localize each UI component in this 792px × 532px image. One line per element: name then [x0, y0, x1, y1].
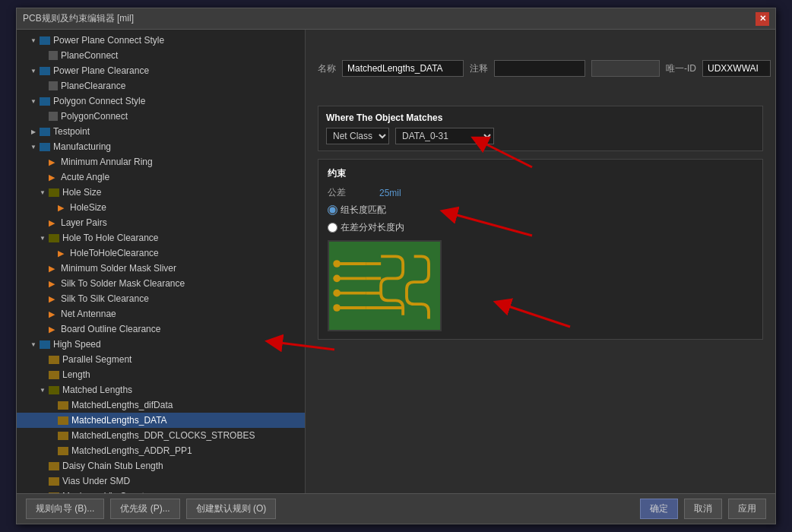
tree-container: ▼Power Plane Connect Style PlaneConnect▼…: [17, 33, 305, 493]
tree-item-power-plane-clearance[interactable]: ▼Power Plane Clearance: [17, 63, 305, 78]
create-default-button[interactable]: 创建默认规则 (O): [186, 499, 277, 519]
rule-icon-matchedlengths-data: [58, 416, 68, 425]
tree-label-holesize: HoleSize: [70, 202, 106, 213]
rule-icon-polygonconnect: [49, 112, 58, 121]
ok-button[interactable]: 确定: [640, 499, 678, 519]
comment-input[interactable]: [494, 60, 585, 77]
tree-label-silk-to-solder-mask-clearance: Silk To Solder Mask Clearance: [61, 278, 185, 289]
tree-label-testpoint: Testpoint: [53, 126, 90, 137]
rule-icon-matchedlengths-difdata: [58, 401, 68, 410]
pcb-preview: [328, 240, 442, 331]
tree-item-net-antennae[interactable]: ▶Net Antennae: [17, 306, 305, 321]
tree-item-high-speed[interactable]: ▼High Speed: [17, 337, 305, 352]
tree-item-minimum-annular-ring[interactable]: ▶Minimum Annular Ring: [17, 154, 305, 169]
tree-item-layer-pairs[interactable]: ▶Layer Pairs: [17, 215, 305, 230]
tree-label-matchedlengths-difdata: MatchedLengths_difData: [71, 400, 173, 410]
tree-label-length: Length: [62, 369, 90, 380]
bottom-right-buttons: 确定 取消 应用: [640, 499, 766, 519]
option1-label[interactable]: 组长度匹配: [328, 204, 386, 217]
expand-icon-matched-lengths[interactable]: ▼: [38, 385, 47, 394]
svg-point-3: [333, 290, 341, 297]
constraint-option1-row: 组长度匹配: [328, 204, 753, 217]
expand-icon-testpoint[interactable]: ▶: [29, 127, 38, 136]
diff-value: 25mil: [379, 188, 401, 198]
option2-radio[interactable]: [328, 223, 337, 233]
expand-icon-hole-to-hole-clearance[interactable]: ▼: [38, 233, 47, 242]
tree-item-holetoholeclearance[interactable]: ▶HoleToHoleClearance: [17, 245, 305, 261]
form-row-name: 名称 注释 唯一-ID 测试语句: [318, 39, 763, 98]
option2-label[interactable]: 在差分对长度内: [328, 221, 404, 234]
uid-spacer: [591, 60, 660, 77]
tree-item-testpoint[interactable]: ▶Testpoint: [17, 124, 305, 139]
expand-icon-high-speed[interactable]: ▼: [29, 340, 38, 349]
tree-label-polygon-connect-style: Polygon Connect Style: [53, 96, 145, 106]
expand-icon-polygon-connect-style[interactable]: ▼: [29, 97, 38, 106]
tree-item-power-plane-connect-style[interactable]: ▼Power Plane Connect Style: [17, 33, 305, 48]
tree-label-power-plane-connect-style: Power Plane Connect Style: [53, 35, 164, 46]
rule-icon-silk-to-solder-mask-clearance: ▶: [49, 279, 58, 288]
tree-item-matchedlengths-ddr-clocks-strobes[interactable]: MatchedLengths_DDR_CLOCKS_STROBES: [17, 428, 305, 443]
tree-item-length[interactable]: Length: [17, 367, 305, 382]
expand-icon-power-plane-connect-style[interactable]: ▼: [29, 36, 38, 45]
tree-item-manufacturing[interactable]: ▼Manufacturing: [17, 139, 305, 154]
tree-item-matchedlengths-data[interactable]: MatchedLengths_DATA: [17, 413, 305, 428]
tree-item-planeclearance[interactable]: PlaneClearance: [17, 78, 305, 93]
tree-item-silk-to-solder-mask-clearance[interactable]: ▶Silk To Solder Mask Clearance: [17, 276, 305, 291]
tree-item-parallel-segment[interactable]: Parallel Segment: [17, 352, 305, 367]
tree-item-vias-under-smd[interactable]: Vias Under SMD: [17, 473, 305, 489]
name-input[interactable]: [342, 60, 464, 77]
svg-rect-0: [330, 242, 440, 330]
expand-icon-manufacturing[interactable]: ▼: [29, 142, 38, 151]
where-section: Where The Object Matches Net Class Net L…: [318, 106, 763, 151]
folder-icon-high-speed: [40, 340, 50, 349]
tree-item-hole-to-hole-clearance[interactable]: ▼Hole To Hole Clearance: [17, 230, 305, 245]
wizard-button[interactable]: 规则向导 (B)...: [26, 499, 104, 519]
tree-item-silk-to-silk-clearance[interactable]: ▶Silk To Silk Clearance: [17, 291, 305, 306]
tree-label-hole-to-hole-clearance: Hole To Hole Clearance: [62, 233, 159, 243]
tree-label-matchedlengths-addr-pp1: MatchedLengths_ADDR_PP1: [71, 445, 192, 456]
where-dropdown2[interactable]: DATA_0-31 All: [395, 128, 494, 144]
folder-icon-polygon-connect-style: [40, 97, 50, 106]
tree-item-minimum-solder-mask-sliver[interactable]: ▶Minimum Solder Mask Sliver: [17, 261, 305, 276]
folder-icon-manufacturing: [40, 143, 50, 151]
apply-button[interactable]: 应用: [728, 499, 766, 519]
folder-icon-matched-lengths: [49, 386, 59, 394]
constraint-title: 约束: [328, 167, 753, 180]
tree-item-planeconnect[interactable]: PlaneConnect: [17, 48, 305, 63]
uid-input[interactable]: [702, 60, 771, 77]
tree-label-net-antennae: Net Antennae: [61, 309, 116, 319]
expand-icon-silk-to-solder-mask-clearance: [38, 279, 47, 288]
expand-icon-silk-to-silk-clearance: [38, 294, 47, 303]
tree-label-minimum-annular-ring: Minimum Annular Ring: [61, 157, 153, 167]
expand-icon-power-plane-clearance[interactable]: ▼: [29, 66, 38, 75]
tree-item-board-outline-clearance[interactable]: ▶Board Outline Clearance: [17, 321, 305, 337]
tree-label-parallel-segment: Parallel Segment: [62, 354, 131, 365]
option1-radio[interactable]: [328, 205, 337, 215]
rule-icon-holesize: ▶: [58, 203, 67, 212]
tree-item-polygon-connect-style[interactable]: ▼Polygon Connect Style: [17, 93, 305, 109]
rule-icon-minimum-solder-mask-sliver: ▶: [49, 264, 58, 273]
expand-icon-hole-size[interactable]: ▼: [38, 188, 47, 197]
tree-label-polygonconnect: PolygonConnect: [61, 111, 128, 122]
tree-item-acute-angle[interactable]: ▶Acute Angle: [17, 169, 305, 185]
tree-item-hole-size[interactable]: ▼Hole Size: [17, 185, 305, 200]
rule-icon-daisy-chain-stub-length: [49, 462, 59, 470]
folder-icon-power-plane-clearance: [40, 67, 50, 75]
expand-icon-polygonconnect: [38, 112, 47, 121]
tree-item-matchedlengths-addr-pp1[interactable]: MatchedLengths_ADDR_PP1: [17, 443, 305, 458]
tree-item-matched-lengths[interactable]: ▼Matched Lengths: [17, 382, 305, 397]
diff-label: 公差: [328, 186, 373, 199]
priority-button[interactable]: 优先级 (P)...: [110, 499, 179, 519]
expand-icon-acute-angle: [38, 173, 47, 182]
where-dropdown1[interactable]: Net Class Net Layer: [326, 128, 389, 144]
bottom-left-buttons: 规则向导 (B)... 优先级 (P)... 创建默认规则 (O): [26, 499, 276, 519]
expand-icon-board-outline-clearance: [38, 325, 47, 334]
close-button[interactable]: ✕: [756, 12, 769, 26]
rule-icon-board-outline-clearance: ▶: [49, 325, 58, 334]
tree-item-daisy-chain-stub-length[interactable]: Daisy Chain Stub Length: [17, 458, 305, 473]
rule-icon-minimum-annular-ring: ▶: [49, 157, 58, 166]
tree-item-polygonconnect[interactable]: PolygonConnect: [17, 109, 305, 124]
tree-item-holesize[interactable]: ▶HoleSize: [17, 200, 305, 215]
tree-item-matchedlengths-difdata[interactable]: MatchedLengths_difData: [17, 397, 305, 413]
cancel-button[interactable]: 取消: [684, 499, 722, 519]
